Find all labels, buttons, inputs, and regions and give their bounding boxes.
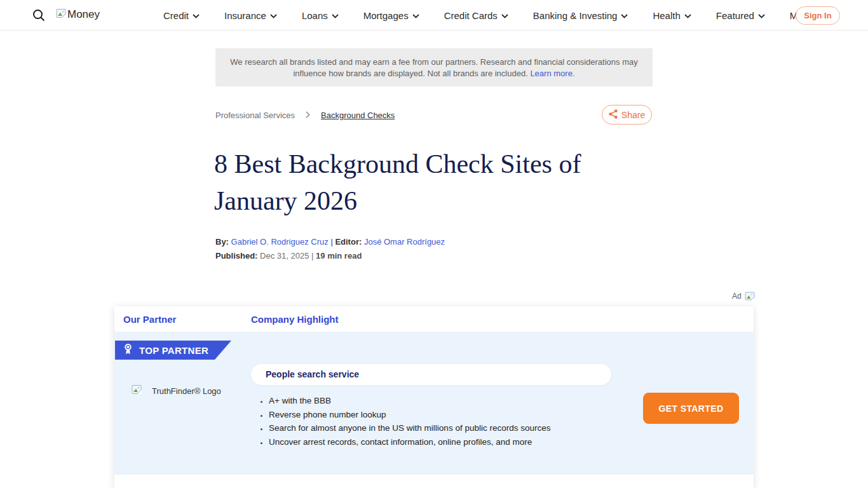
highlight-bullet: A+ with the BBB bbox=[269, 394, 578, 408]
chevron-down-icon bbox=[332, 14, 339, 18]
learn-more-link[interactable]: Learn more bbox=[530, 69, 572, 78]
nav-item-mortgages[interactable]: Mortgages bbox=[363, 10, 419, 21]
read-time: 19 min read bbox=[316, 251, 362, 261]
partner-logo-alt-text: TruthFinder® Logo bbox=[152, 386, 221, 396]
top-partner-label: TOP PARTNER bbox=[139, 345, 208, 356]
column-header-company-highlight: Company Highlight bbox=[251, 314, 339, 325]
chevron-down-icon bbox=[758, 14, 765, 18]
broken-image-icon bbox=[56, 8, 67, 22]
share-button[interactable]: Share bbox=[602, 105, 652, 125]
chevron-down-icon bbox=[193, 14, 200, 18]
top-navigation: Money Credit Insurance Loans Mortgages C… bbox=[0, 0, 868, 30]
ad-label: Ad bbox=[732, 292, 742, 301]
chevron-down-icon bbox=[684, 14, 691, 18]
disclaimer-period: . bbox=[573, 69, 575, 78]
nav-item-label: Insurance bbox=[224, 10, 266, 21]
highlight-bullet: Uncover arrest records, contact informat… bbox=[269, 435, 578, 449]
chevron-down-icon bbox=[501, 14, 508, 18]
published-date: Dec 31, 2025 bbox=[260, 251, 309, 261]
chevron-down-icon bbox=[412, 14, 419, 18]
nav-item-credit-cards[interactable]: Credit Cards bbox=[444, 10, 508, 21]
nav-item-insurance[interactable]: Insurance bbox=[224, 10, 277, 21]
broken-image-icon bbox=[132, 384, 142, 397]
highlight-bullet: Search for almost anyone in the US with … bbox=[269, 421, 578, 435]
byline: By: Gabriel O. Rodriguez Cruz | Editor: … bbox=[215, 237, 445, 247]
nav-item-label: Banking & Investing bbox=[533, 10, 618, 21]
card-header-row: Our Partner Company Highlight bbox=[114, 306, 754, 332]
chevron-down-icon bbox=[270, 14, 277, 18]
nav-item-label: Health bbox=[653, 10, 680, 21]
partner-comparison-card: Our Partner Company Highlight TOP PARTNE… bbox=[114, 306, 754, 488]
chevron-down-icon bbox=[621, 14, 628, 18]
logo-alt-text: Money bbox=[67, 8, 100, 21]
nav-item-label: Loans bbox=[302, 10, 328, 21]
share-icon bbox=[609, 109, 618, 121]
nav-item-banking-investing[interactable]: Banking & Investing bbox=[533, 10, 628, 21]
breadcrumb-current-link[interactable]: Background Checks bbox=[321, 111, 395, 120]
company-highlight-pill: People search service bbox=[251, 364, 611, 385]
award-medal-icon bbox=[123, 343, 133, 357]
top-partner-ribbon: TOP PARTNER bbox=[115, 341, 231, 360]
editor-label: Editor: bbox=[335, 237, 362, 247]
sign-in-button[interactable]: Sign In bbox=[796, 6, 840, 25]
nav-item-featured[interactable]: Featured bbox=[716, 10, 765, 21]
nav-item-label: Mortgages bbox=[363, 10, 409, 21]
partner-disclaimer: We research all brands listed and may ea… bbox=[215, 48, 653, 86]
nav-item-health[interactable]: Health bbox=[653, 10, 691, 21]
next-partner-row-partial bbox=[114, 473, 754, 488]
broken-image-icon bbox=[745, 292, 755, 303]
editor-link[interactable]: José Omar Rodríguez bbox=[364, 237, 445, 247]
column-header-our-partner: Our Partner bbox=[114, 314, 251, 325]
money-logo[interactable]: Money bbox=[56, 8, 100, 22]
disclaimer-text: We research all brands listed and may ea… bbox=[230, 57, 637, 78]
by-label: By: bbox=[215, 237, 229, 247]
nav-item-label: Featured bbox=[716, 10, 754, 21]
byline-separator: | bbox=[330, 237, 332, 247]
nav-item-label: Credit Cards bbox=[444, 10, 498, 21]
nav-item-credit[interactable]: Credit bbox=[163, 10, 200, 21]
main-menu: Credit Insurance Loans Mortgages Credit … bbox=[163, 0, 822, 30]
top-partner-row: TOP PARTNER TruthFinder® Logo Our Partne… bbox=[114, 332, 754, 473]
chevron-right-icon bbox=[306, 111, 310, 120]
publine-separator: | bbox=[311, 251, 313, 261]
publish-line: Published: Dec 31, 2025 | 19 min read bbox=[215, 251, 362, 261]
get-started-button[interactable]: GET STARTED bbox=[643, 393, 739, 424]
search-icon[interactable] bbox=[32, 8, 46, 22]
author-link[interactable]: Gabriel O. Rodriguez Cruz bbox=[231, 237, 329, 247]
nav-item-loans[interactable]: Loans bbox=[302, 10, 339, 21]
nav-item-label: Credit bbox=[163, 10, 189, 21]
published-label: Published: bbox=[215, 251, 257, 261]
highlight-bullet-list: A+ with the BBB Reverse phone number loo… bbox=[260, 394, 578, 449]
partner-logo[interactable]: TruthFinder® Logo bbox=[132, 384, 221, 397]
breadcrumb-parent-link[interactable]: Professional Services bbox=[215, 111, 295, 120]
share-label: Share bbox=[621, 110, 645, 120]
highlight-bullet: Reverse phone number lookup bbox=[269, 408, 578, 422]
page-title: 8 Best Background Check Sites of January… bbox=[214, 146, 659, 219]
ad-tag: Ad bbox=[732, 292, 755, 303]
breadcrumb: Professional Services Background Checks bbox=[215, 110, 395, 120]
